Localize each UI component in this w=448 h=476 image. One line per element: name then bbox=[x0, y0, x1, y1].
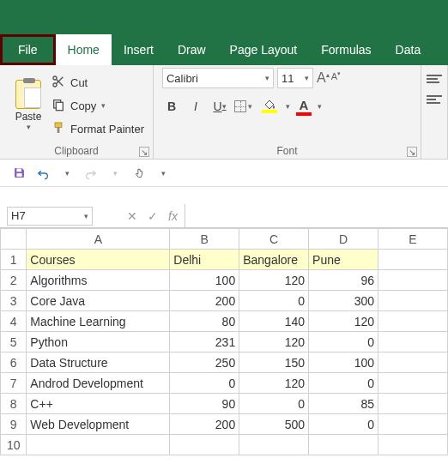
col-header-E[interactable]: E bbox=[378, 229, 448, 250]
copy-button[interactable]: Copy ▾ bbox=[51, 97, 144, 115]
cell-B2[interactable]: 100 bbox=[170, 270, 239, 291]
cell-D2[interactable]: 96 bbox=[309, 270, 378, 291]
tab-page-layout[interactable]: Page Layout bbox=[218, 34, 310, 65]
cell-D1[interactable]: Pune bbox=[309, 250, 378, 270]
tab-draw[interactable]: Draw bbox=[166, 34, 218, 65]
cell-C10[interactable] bbox=[239, 435, 309, 455]
col-header-C[interactable]: C bbox=[239, 229, 309, 250]
save-button[interactable] bbox=[9, 163, 29, 184]
cell-E1[interactable] bbox=[378, 250, 448, 270]
tab-file[interactable]: File bbox=[0, 34, 56, 65]
cut-button[interactable]: Cut bbox=[51, 74, 144, 92]
cell-B10[interactable] bbox=[170, 435, 239, 455]
cell-A3[interactable]: Core Java bbox=[27, 291, 170, 311]
row-header-8[interactable]: 8 bbox=[1, 394, 27, 414]
undo-dropdown[interactable]: ▾ bbox=[57, 163, 77, 184]
row-header-1[interactable]: 1 bbox=[1, 250, 27, 270]
cell-B4[interactable]: 80 bbox=[170, 311, 239, 332]
cell-B1[interactable]: Delhi bbox=[170, 250, 239, 270]
tab-data[interactable]: Data bbox=[384, 34, 433, 65]
row-header-4[interactable]: 4 bbox=[1, 311, 27, 332]
touch-mode-button[interactable] bbox=[129, 163, 149, 184]
chevron-down-icon[interactable]: ▾ bbox=[286, 102, 290, 111]
fill-color-button[interactable] bbox=[258, 97, 281, 116]
paste-button[interactable]: Paste ▾ bbox=[9, 68, 48, 143]
cell-E3[interactable] bbox=[378, 291, 448, 311]
formula-bar[interactable] bbox=[185, 204, 448, 227]
font-color-button[interactable]: A bbox=[295, 97, 312, 116]
cell-C8[interactable]: 0 bbox=[239, 394, 309, 414]
cell-A2[interactable]: Algorithms bbox=[27, 270, 170, 291]
tab-formulas[interactable]: Formulas bbox=[309, 34, 383, 65]
cell-D10[interactable] bbox=[309, 435, 378, 455]
font-size-select[interactable]: 11 ▾ bbox=[277, 68, 313, 88]
cell-C1[interactable]: Bangalore bbox=[239, 250, 309, 270]
cancel-formula-icon[interactable]: ✕ bbox=[127, 209, 137, 223]
row-header-7[interactable]: 7 bbox=[1, 373, 27, 394]
cell-C6[interactable]: 150 bbox=[239, 352, 309, 373]
cell-E2[interactable] bbox=[378, 270, 448, 291]
cell-B3[interactable]: 200 bbox=[170, 291, 239, 311]
cell-A6[interactable]: Data Structure bbox=[27, 352, 170, 373]
cell-A1[interactable]: Courses bbox=[27, 250, 170, 270]
qat-customize[interactable]: ▾ bbox=[153, 163, 173, 184]
format-painter-button[interactable]: Format Painter bbox=[51, 120, 144, 138]
redo-button[interactable] bbox=[81, 163, 101, 184]
row-header-5[interactable]: 5 bbox=[1, 332, 27, 352]
cell-B9[interactable]: 200 bbox=[170, 414, 239, 435]
cell-D3[interactable]: 300 bbox=[309, 291, 378, 311]
bold-button[interactable]: B bbox=[162, 97, 181, 116]
cell-A5[interactable]: Python bbox=[27, 332, 170, 352]
row-header-2[interactable]: 2 bbox=[1, 270, 27, 291]
cell-A4[interactable]: Machine Learning bbox=[27, 311, 170, 332]
increase-font-button[interactable]: A▴ bbox=[317, 70, 330, 86]
row-header-6[interactable]: 6 bbox=[1, 352, 27, 373]
cell-E8[interactable] bbox=[378, 394, 448, 414]
tab-home[interactable]: Home bbox=[56, 34, 112, 65]
row-header-9[interactable]: 9 bbox=[1, 414, 27, 435]
row-header-3[interactable]: 3 bbox=[1, 291, 27, 311]
underline-button[interactable]: U ▾ bbox=[210, 97, 229, 116]
cell-A9[interactable]: Web Development bbox=[27, 414, 170, 435]
cell-C7[interactable]: 120 bbox=[239, 373, 309, 394]
cell-E10[interactable] bbox=[378, 435, 448, 455]
spreadsheet-grid[interactable]: A B C D E 1 Courses Delhi Bangalore Pune… bbox=[0, 228, 448, 455]
cell-C4[interactable]: 140 bbox=[239, 311, 309, 332]
align-left-button[interactable] bbox=[427, 95, 442, 107]
cell-D6[interactable]: 100 bbox=[309, 352, 378, 373]
cell-D8[interactable]: 85 bbox=[309, 394, 378, 414]
cell-A7[interactable]: Androd Development bbox=[27, 373, 170, 394]
cell-D9[interactable]: 0 bbox=[309, 414, 378, 435]
cell-B8[interactable]: 90 bbox=[170, 394, 239, 414]
col-header-A[interactable]: A bbox=[27, 229, 170, 250]
cell-C3[interactable]: 0 bbox=[239, 291, 309, 311]
cell-E9[interactable] bbox=[378, 414, 448, 435]
chevron-down-icon[interactable]: ▾ bbox=[318, 102, 322, 111]
cell-B5[interactable]: 231 bbox=[170, 332, 239, 352]
cell-A8[interactable]: C++ bbox=[27, 394, 170, 414]
cell-C5[interactable]: 120 bbox=[239, 332, 309, 352]
decrease-font-button[interactable]: A▾ bbox=[331, 70, 341, 86]
borders-button[interactable]: ▾ bbox=[234, 97, 253, 116]
cell-D7[interactable]: 0 bbox=[309, 373, 378, 394]
select-all-corner[interactable] bbox=[1, 229, 27, 250]
redo-dropdown[interactable]: ▾ bbox=[105, 163, 125, 184]
cell-D5[interactable]: 0 bbox=[309, 332, 378, 352]
cell-E4[interactable] bbox=[378, 311, 448, 332]
col-header-B[interactable]: B bbox=[170, 229, 239, 250]
cell-D4[interactable]: 120 bbox=[309, 311, 378, 332]
cell-E7[interactable] bbox=[378, 373, 448, 394]
clipboard-dialog-launcher[interactable]: ↘ bbox=[139, 147, 149, 157]
align-top-button[interactable] bbox=[427, 75, 442, 87]
font-name-select[interactable]: Calibri ▾ bbox=[162, 68, 274, 88]
tab-insert[interactable]: Insert bbox=[112, 34, 166, 65]
fx-icon[interactable]: fx bbox=[168, 209, 178, 223]
cell-B6[interactable]: 250 bbox=[170, 352, 239, 373]
cell-C9[interactable]: 500 bbox=[239, 414, 309, 435]
italic-button[interactable]: I bbox=[186, 97, 205, 116]
row-header-10[interactable]: 10 bbox=[1, 435, 27, 455]
enter-formula-icon[interactable]: ✓ bbox=[148, 209, 158, 223]
font-dialog-launcher[interactable]: ↘ bbox=[407, 147, 417, 157]
name-box[interactable]: H7 ▾ bbox=[7, 207, 93, 226]
cell-C2[interactable]: 120 bbox=[239, 270, 309, 291]
